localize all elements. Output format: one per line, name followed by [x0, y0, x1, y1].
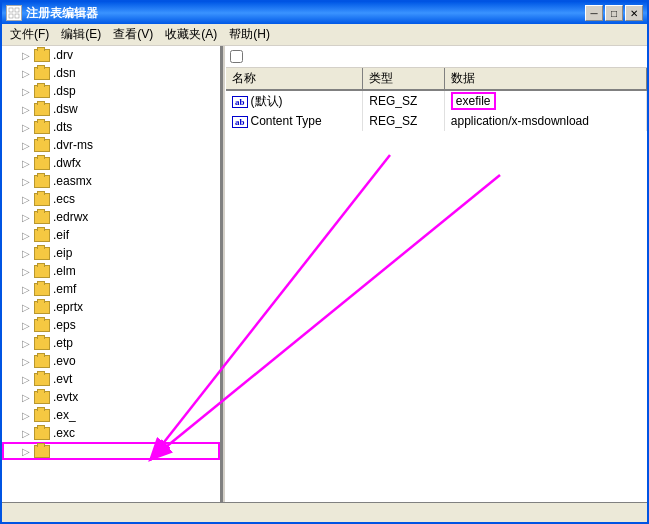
tree-item-.exc[interactable]: ▷.exc	[2, 424, 220, 442]
tree-item-.eif[interactable]: ▷.eif	[2, 226, 220, 244]
tree-expand-icon[interactable]: ▷	[18, 230, 34, 241]
tree-expand-icon[interactable]: ▷	[18, 374, 34, 385]
tree-expand-icon[interactable]: ▷	[18, 392, 34, 403]
tree-expand-icon[interactable]: ▷	[18, 266, 34, 277]
tree-item-.elm[interactable]: ▷.elm	[2, 262, 220, 280]
tree-item-label: .dwfx	[53, 156, 81, 170]
tree-item-.drv[interactable]: ▷.drv	[2, 46, 220, 64]
tree-expand-icon[interactable]: ▷	[18, 68, 34, 79]
col-data: 数据	[444, 68, 646, 90]
tree-item-.edrwx[interactable]: ▷.edrwx	[2, 208, 220, 226]
folder-icon	[34, 157, 50, 170]
tree-item-.etp[interactable]: ▷.etp	[2, 334, 220, 352]
tree-item-.easmx[interactable]: ▷.easmx	[2, 172, 220, 190]
checkbox[interactable]	[230, 50, 243, 63]
tree-item-.dsn[interactable]: ▷.dsn	[2, 64, 220, 82]
tree-expand-icon[interactable]: ▷	[18, 194, 34, 205]
tree-expand-icon[interactable]: ▷	[18, 302, 34, 313]
folder-icon	[34, 409, 50, 422]
name-label: Content Type	[251, 114, 322, 128]
folder-icon	[34, 193, 50, 206]
tree-item-label: .exc	[53, 426, 75, 440]
tree-item-.dwfx[interactable]: ▷.dwfx	[2, 154, 220, 172]
folder-icon	[34, 337, 50, 350]
tree-expand-icon[interactable]: ▷	[18, 50, 34, 61]
maximize-button[interactable]: □	[605, 5, 623, 21]
tree-expand-icon[interactable]: ▷	[18, 410, 34, 421]
tree-expand-icon[interactable]: ▷	[18, 140, 34, 151]
minimize-button[interactable]: ─	[585, 5, 603, 21]
tree-item-label: .eps	[53, 318, 76, 332]
svg-rect-0	[9, 8, 13, 12]
menu-file[interactable]: 文件(F)	[4, 24, 55, 45]
folder-icon	[34, 103, 50, 116]
menu-help[interactable]: 帮助(H)	[223, 24, 276, 45]
table-row[interactable]: abContent TypeREG_SZapplication/x-msdown…	[226, 111, 647, 131]
tree-expand-icon[interactable]: ▷	[18, 320, 34, 331]
ab-icon: ab	[232, 96, 248, 108]
tree-item-.dsw[interactable]: ▷.dsw	[2, 100, 220, 118]
tree-expand-icon[interactable]: ▷	[18, 122, 34, 133]
tree-expand-icon[interactable]: ▷	[18, 284, 34, 295]
folder-icon	[34, 373, 50, 386]
tree-expand-icon[interactable]: ▷	[18, 338, 34, 349]
tree-item-label: .easmx	[53, 174, 92, 188]
cell-type: REG_SZ	[363, 111, 445, 131]
menu-edit[interactable]: 编辑(E)	[55, 24, 107, 45]
window-title: 注册表编辑器	[26, 5, 581, 22]
folder-icon	[34, 175, 50, 188]
tree-expand-icon[interactable]: ▷	[18, 356, 34, 367]
tree-item-.eps[interactable]: ▷.eps	[2, 316, 220, 334]
folder-icon	[34, 319, 50, 332]
tree-item-label: .exe	[53, 444, 76, 458]
tree-expand-icon[interactable]: ▷	[18, 158, 34, 169]
tree-expand-icon[interactable]: ▷	[18, 176, 34, 187]
status-bar	[2, 502, 647, 522]
tree-item-.dts[interactable]: ▷.dts	[2, 118, 220, 136]
close-button[interactable]: ✕	[625, 5, 643, 21]
title-bar: 注册表编辑器 ─ □ ✕	[2, 2, 647, 24]
tree-item-label: .evtx	[53, 390, 78, 404]
cell-data: exefile	[444, 90, 646, 111]
menu-favorites[interactable]: 收藏夹(A)	[159, 24, 223, 45]
tree-item-label: .dts	[53, 120, 72, 134]
tree-item-label: .eip	[53, 246, 72, 260]
menu-view[interactable]: 查看(V)	[107, 24, 159, 45]
tree-expand-icon[interactable]: ▷	[18, 428, 34, 439]
tree-item-label: .eprtx	[53, 300, 83, 314]
ab-icon: ab	[232, 116, 248, 128]
tree-pane[interactable]: ▷.drv▷.dsn▷.dsp▷.dsw▷.dts▷.dvr-ms▷.dwfx▷…	[2, 46, 222, 502]
tree-item-label: .dsn	[53, 66, 76, 80]
folder-icon	[34, 211, 50, 224]
tree-item-.exe[interactable]: ▷.exe	[2, 442, 220, 460]
tree-item-.evtx[interactable]: ▷.evtx	[2, 388, 220, 406]
svg-rect-3	[15, 14, 19, 18]
tree-expand-icon[interactable]: ▷	[18, 212, 34, 223]
tree-item-.eprtx[interactable]: ▷.eprtx	[2, 298, 220, 316]
tree-item-.ecs[interactable]: ▷.ecs	[2, 190, 220, 208]
tree-item-label: .drv	[53, 48, 73, 62]
menu-bar: 文件(F) 编辑(E) 查看(V) 收藏夹(A) 帮助(H)	[2, 24, 647, 46]
folder-icon	[34, 85, 50, 98]
tree-item-.emf[interactable]: ▷.emf	[2, 280, 220, 298]
col-type: 类型	[363, 68, 445, 90]
col-name: 名称	[226, 68, 363, 90]
registry-table: 名称 类型 数据 ab(默认)REG_SZexefileabContent Ty…	[226, 68, 647, 502]
tree-item-label: .elm	[53, 264, 76, 278]
tree-expand-icon[interactable]: ▷	[18, 248, 34, 259]
tree-item-.ex_[interactable]: ▷.ex_	[2, 406, 220, 424]
default-name-label: (默认)	[251, 94, 283, 108]
table-row[interactable]: ab(默认)REG_SZexefile	[226, 90, 647, 111]
tree-item-.evo[interactable]: ▷.evo	[2, 352, 220, 370]
folder-icon	[34, 121, 50, 134]
tree-expand-icon[interactable]: ▷	[18, 86, 34, 97]
tree-expand-icon[interactable]: ▷	[18, 446, 34, 457]
tree-item-.dsp[interactable]: ▷.dsp	[2, 82, 220, 100]
cell-type: REG_SZ	[363, 90, 445, 111]
folder-icon	[34, 247, 50, 260]
tree-item-.dvr-ms[interactable]: ▷.dvr-ms	[2, 136, 220, 154]
tree-item-.evt[interactable]: ▷.evt	[2, 370, 220, 388]
folder-icon	[34, 391, 50, 404]
tree-expand-icon[interactable]: ▷	[18, 104, 34, 115]
tree-item-.eip[interactable]: ▷.eip	[2, 244, 220, 262]
